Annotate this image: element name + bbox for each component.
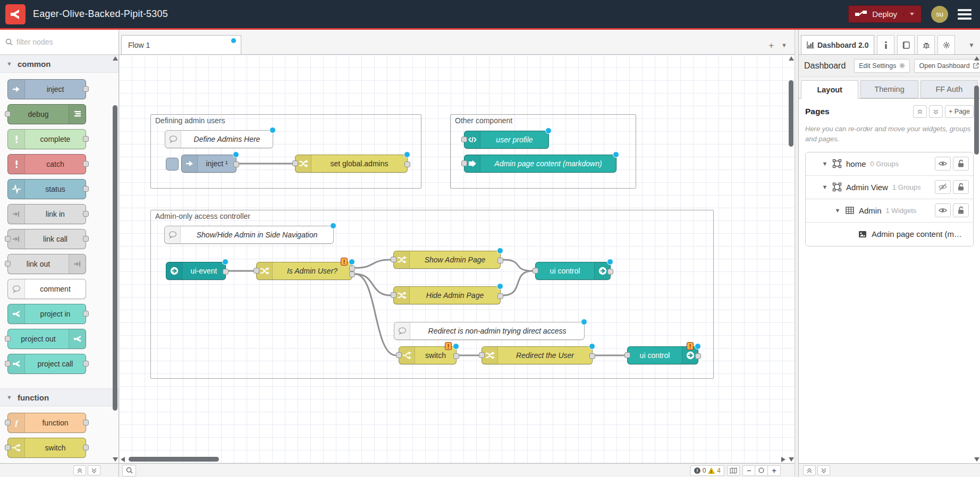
input-port[interactable] bbox=[391, 257, 396, 262]
palette-category-common[interactable]: ▼common bbox=[0, 55, 119, 73]
scroll-left-icon[interactable] bbox=[121, 457, 125, 462]
output-port[interactable] bbox=[497, 258, 503, 263]
open-dashboard-button[interactable]: Open Dashboard bbox=[914, 59, 980, 73]
flow-list-chevron-icon[interactable]: ▼ bbox=[781, 42, 787, 48]
main-menu-icon[interactable] bbox=[958, 9, 971, 20]
input-port[interactable] bbox=[254, 268, 259, 274]
dashboard-tab-ff-auth[interactable]: FF Auth bbox=[920, 80, 978, 98]
comment-node[interactable]: Define Admins Here bbox=[165, 130, 273, 148]
palette-node-comment[interactable]: comment bbox=[7, 279, 86, 299]
palette-node-project-in[interactable]: project in bbox=[7, 304, 86, 324]
flow-group-g2[interactable]: Other component bbox=[450, 114, 636, 189]
tab-dashboard-2[interactable]: Dashboard 2.0 bbox=[801, 35, 874, 54]
inject-node[interactable]: inject ¹ bbox=[181, 155, 236, 173]
output-port[interactable] bbox=[349, 266, 355, 271]
input-port[interactable] bbox=[624, 352, 630, 358]
visibility-toggle-button[interactable] bbox=[935, 157, 951, 171]
palette-node-project-out[interactable]: project out bbox=[7, 329, 86, 349]
palette-node-link-out[interactable]: link out bbox=[7, 254, 86, 274]
input-port[interactable] bbox=[461, 137, 467, 142]
dashboard-tab-theming[interactable]: Theming bbox=[860, 80, 918, 98]
switch-node[interactable]: Is Admin User?! bbox=[256, 262, 352, 280]
inject-run-button[interactable] bbox=[166, 158, 179, 171]
lock-toggle-button[interactable] bbox=[953, 157, 969, 171]
tree-row-admin-page-content-m-[interactable]: Admin page content (m… bbox=[806, 223, 973, 246]
change-node[interactable]: set global.admins bbox=[295, 155, 408, 173]
scroll-up-icon[interactable] bbox=[789, 56, 794, 61]
chevron-down-icon[interactable]: ▼ bbox=[822, 160, 828, 167]
deploy-options-chevron-icon[interactable] bbox=[903, 12, 915, 16]
sidebar-scroll-thumb[interactable] bbox=[974, 86, 979, 155]
output-port[interactable] bbox=[223, 269, 229, 275]
tab-help[interactable] bbox=[897, 35, 915, 54]
palette-node-inject[interactable]: inject bbox=[7, 79, 86, 99]
palette-category-function[interactable]: ▼function bbox=[0, 388, 119, 406]
palette-search[interactable] bbox=[0, 30, 119, 55]
input-port[interactable] bbox=[461, 160, 467, 166]
palette-scroll-thumb[interactable] bbox=[113, 105, 117, 411]
scroll-down-icon[interactable] bbox=[974, 457, 979, 462]
navigator-button[interactable] bbox=[727, 465, 740, 476]
tab-debug[interactable] bbox=[917, 35, 935, 54]
comment-node[interactable]: Show/Hide Admin in Side Navigation bbox=[164, 226, 334, 244]
chevron-down-icon[interactable]: ▼ bbox=[834, 207, 841, 214]
add-flow-button[interactable]: + bbox=[768, 41, 774, 50]
palette-node-project-call[interactable]: project call bbox=[7, 354, 86, 374]
sidebar-collapse-all-button[interactable] bbox=[803, 465, 816, 475]
output-port[interactable] bbox=[349, 271, 355, 277]
input-port[interactable] bbox=[479, 352, 485, 358]
palette-node-function[interactable]: ffunction bbox=[7, 413, 86, 433]
scroll-up-icon[interactable] bbox=[113, 56, 118, 61]
scroll-right-icon[interactable] bbox=[781, 457, 785, 462]
change-node[interactable]: Redirect the User bbox=[481, 346, 593, 364]
canvas-vscroll-thumb[interactable] bbox=[789, 80, 793, 147]
scroll-down-icon[interactable] bbox=[789, 457, 794, 462]
change-node[interactable]: Show Admin Page bbox=[393, 251, 501, 269]
palette-node-link-call[interactable]: link call bbox=[7, 229, 86, 249]
deploy-button[interactable]: Deploy bbox=[848, 5, 922, 23]
input-port[interactable] bbox=[391, 292, 396, 298]
output-port[interactable] bbox=[589, 353, 595, 359]
lock-toggle-button[interactable] bbox=[953, 180, 969, 194]
output-port[interactable] bbox=[453, 353, 459, 359]
input-port[interactable] bbox=[292, 160, 298, 166]
visibility-toggle-button[interactable] bbox=[935, 203, 951, 217]
user-avatar[interactable]: su bbox=[931, 6, 948, 23]
dashboard-tab-layout[interactable]: Layout bbox=[801, 80, 858, 99]
tree-row-admin[interactable]: ▼Admin1 Widgets bbox=[806, 199, 973, 223]
output-port[interactable] bbox=[497, 293, 503, 299]
palette-filter-input[interactable] bbox=[16, 38, 102, 46]
ui-event-node[interactable]: ui-event bbox=[166, 262, 226, 280]
ui-control-node[interactable]: ui control bbox=[535, 262, 611, 280]
output-port[interactable] bbox=[404, 161, 410, 167]
zoom-out-button[interactable]: − bbox=[742, 465, 755, 476]
ui-control-node[interactable]: ui control! bbox=[627, 346, 698, 364]
output-port[interactable] bbox=[695, 353, 701, 359]
flow-tab[interactable]: Flow 1 bbox=[121, 35, 241, 54]
flow-group-g1[interactable]: Defining admin users bbox=[150, 114, 421, 189]
palette-expand-all-button[interactable] bbox=[88, 465, 100, 475]
add-page-button[interactable]: + Page bbox=[945, 105, 974, 118]
palette-node-link-in[interactable]: link in bbox=[7, 204, 86, 224]
chevron-down-icon[interactable]: ▼ bbox=[822, 184, 828, 190]
sidebar-splitter[interactable] bbox=[795, 30, 799, 477]
zoom-in-button[interactable]: + bbox=[768, 465, 781, 476]
canvas-vscrollbar[interactable] bbox=[787, 55, 795, 463]
pages-expand-all-button[interactable] bbox=[929, 105, 943, 118]
tree-row-admin-view[interactable]: ▼Admin View1 Groups bbox=[806, 176, 973, 199]
ui-template-node[interactable]: Admin page content (markdown) bbox=[464, 155, 616, 173]
edit-settings-button[interactable]: Edit Settings bbox=[854, 59, 910, 73]
tab-info[interactable] bbox=[877, 35, 894, 54]
sidebar-tab-list-chevron-icon[interactable]: ▼ bbox=[968, 41, 978, 54]
pages-collapse-all-button[interactable] bbox=[913, 105, 927, 118]
output-port[interactable] bbox=[607, 269, 613, 275]
tree-row-home[interactable]: ▼home0 Groups bbox=[806, 152, 973, 176]
input-port[interactable] bbox=[533, 268, 538, 274]
zoom-reset-button[interactable] bbox=[755, 465, 768, 476]
palette-node-switch[interactable]: switch bbox=[7, 438, 86, 458]
ui-template-node[interactable]: user profile bbox=[464, 131, 549, 149]
palette-collapse-all-button[interactable] bbox=[73, 465, 86, 475]
canvas-hscroll-thumb[interactable] bbox=[129, 457, 219, 462]
palette-node-debug[interactable]: debug bbox=[7, 104, 86, 124]
palette-scrollbar[interactable] bbox=[111, 55, 119, 463]
